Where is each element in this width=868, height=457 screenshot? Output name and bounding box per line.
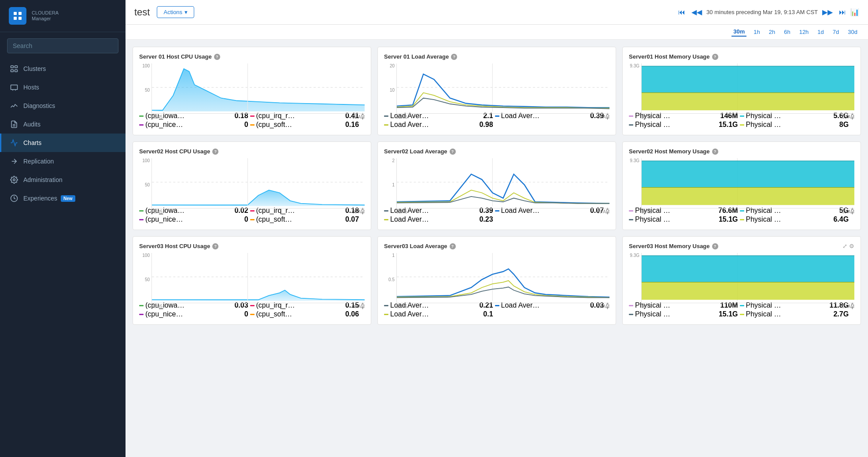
- chart-area: 1 0.5 08:45 09 AM: [384, 253, 609, 301]
- x-label-start: 08:45: [396, 209, 407, 214]
- sidebar-item-experiences[interactable]: Experiences New: [0, 189, 126, 208]
- time-fast-forward[interactable]: ⏭: [837, 7, 848, 17]
- help-icon[interactable]: ?: [214, 54, 220, 60]
- legend-color: [250, 314, 255, 315]
- chart-title: Server02 Host Memory Usage ?: [629, 148, 718, 155]
- y-mid-label: 0.5: [388, 277, 395, 282]
- time-range-1d[interactable]: 1d: [816, 28, 825, 36]
- x-label-end: 09 AM: [597, 115, 609, 119]
- y-mid-label: 50: [145, 182, 150, 187]
- sidebar-item-label: Charts: [23, 139, 41, 146]
- chart-plot: [641, 63, 854, 114]
- svg-rect-4: [11, 66, 14, 68]
- legend-value: 15.1G: [719, 121, 738, 129]
- chart-area: 20 10 08:45 09 AM: [384, 63, 609, 112]
- legend-value: 0: [244, 215, 248, 223]
- legend-value: 0.06: [345, 310, 359, 318]
- help-icon[interactable]: ?: [712, 54, 718, 60]
- chart-card-server01-cpu: Server 01 Host CPU Usage ? 100 50: [133, 47, 371, 135]
- chart-card-server03-memory: Server03 Host Memory Usage ? ⤢ ⚙ 9.3G: [622, 236, 861, 325]
- time-range-12h[interactable]: 12h: [798, 28, 811, 36]
- replication-icon: [10, 157, 18, 165]
- expand-icon[interactable]: ⤢: [842, 243, 847, 249]
- y-max-label: 9.3G: [630, 253, 639, 258]
- y-max-label: 9.3G: [630, 63, 639, 68]
- clusters-icon: [10, 65, 18, 73]
- time-range-2h[interactable]: 2h: [767, 28, 777, 36]
- sidebar-item-label: Replication: [23, 158, 54, 165]
- legend-label: Physical Memor...: [746, 215, 786, 223]
- sidebar-item-diagnostics[interactable]: Diagnostics: [0, 97, 126, 115]
- sidebar-item-label: Diagnostics: [23, 102, 55, 109]
- svg-marker-42: [642, 282, 854, 300]
- chart-card-server02-load: Server02 Load Average ? 2 1: [377, 141, 616, 230]
- legend-label: Physical Memory ...: [746, 121, 786, 129]
- legend-value: 0.07: [345, 215, 359, 223]
- legend-color: [139, 210, 144, 212]
- help-icon[interactable]: ?: [212, 243, 218, 249]
- chart-plot: [641, 158, 854, 208]
- x-label-start: 08:45: [396, 304, 407, 309]
- legend-color: [384, 314, 388, 315]
- sidebar-item-administration[interactable]: Administration: [0, 171, 126, 189]
- legend-item: Physical Memor... 2.7G: [740, 310, 849, 318]
- legend-color: [384, 219, 388, 220]
- sidebar-item-clusters[interactable]: Clusters: [0, 59, 126, 78]
- help-icon[interactable]: ?: [451, 54, 457, 60]
- actions-button[interactable]: Actions ▾: [157, 6, 194, 18]
- time-range-7d[interactable]: 7d: [831, 28, 841, 36]
- sidebar-item-label: Audits: [23, 121, 41, 128]
- legend-item: (cpu_nice_rate / ge... 0: [139, 310, 248, 318]
- legend-color: [139, 115, 144, 117]
- help-icon[interactable]: ?: [712, 149, 718, 155]
- legend-value: 15.1G: [719, 310, 738, 318]
- chart-card-server02-cpu: Server02 Host CPU Usage ? 100 50: [133, 141, 371, 230]
- chart-area: 9.3G 08:45: [629, 253, 854, 301]
- sidebar-item-replication[interactable]: Replication: [0, 152, 126, 171]
- legend-color: [629, 314, 633, 315]
- help-icon[interactable]: ?: [212, 149, 218, 155]
- legend-value: 0.16: [345, 121, 359, 129]
- chart-card-server03-cpu: Server03 Host CPU Usage ? 100 50: [133, 236, 371, 325]
- svg-rect-1: [18, 12, 22, 15]
- search-container: [0, 32, 126, 59]
- time-fast-back[interactable]: ⏮: [676, 7, 687, 17]
- svg-rect-7: [15, 70, 18, 72]
- new-badge: New: [61, 195, 75, 202]
- logo: CLOUDERA Manager: [0, 0, 126, 32]
- y-max-label: 100: [142, 158, 150, 163]
- chart-plot: [396, 253, 609, 303]
- legend-value: 0.1: [483, 310, 493, 318]
- help-icon[interactable]: ?: [712, 243, 718, 249]
- time-range-30m[interactable]: 30m: [731, 27, 746, 37]
- sidebar-item-label: Administration: [23, 176, 63, 183]
- x-label-start: 08:45: [151, 115, 163, 119]
- time-range-6h[interactable]: 6h: [782, 28, 792, 36]
- legend-item: (cpu_soft_irq_ra... 0.16: [250, 121, 359, 129]
- legend-color: [740, 314, 744, 315]
- sidebar-item-label: Hosts: [23, 84, 39, 91]
- charts-grid: Server 01 Host CPU Usage ? 100 50: [126, 40, 868, 457]
- settings-icon[interactable]: ⚙: [849, 243, 854, 249]
- time-range-1h[interactable]: 1h: [752, 28, 761, 36]
- chart-plot: [396, 158, 609, 208]
- help-icon[interactable]: ?: [450, 149, 456, 155]
- experiences-icon: [10, 194, 18, 202]
- legend-color: [629, 124, 633, 126]
- chart-view-icon[interactable]: 📊: [850, 8, 859, 16]
- time-forward[interactable]: ▶▶: [820, 7, 835, 17]
- svg-marker-21: [642, 66, 854, 93]
- sidebar-item-charts[interactable]: Charts: [0, 134, 126, 152]
- help-icon[interactable]: ?: [450, 243, 456, 249]
- x-label-end: 09 AM: [352, 209, 365, 214]
- chart-area: 2 1 08:45 09 AM: [384, 158, 609, 207]
- sidebar-item-hosts[interactable]: Hosts: [0, 78, 126, 97]
- time-back[interactable]: ◀◀: [690, 7, 704, 17]
- legend-label: Load Average (5m): [390, 215, 430, 223]
- sidebar-item-label: Experiences: [23, 195, 57, 202]
- svg-rect-8: [11, 85, 18, 90]
- time-range-30d[interactable]: 30d: [846, 28, 859, 36]
- search-input[interactable]: [7, 38, 118, 53]
- sidebar-item-audits[interactable]: Audits: [0, 115, 126, 134]
- chart-header: Server 01 Load Average ?: [384, 53, 609, 60]
